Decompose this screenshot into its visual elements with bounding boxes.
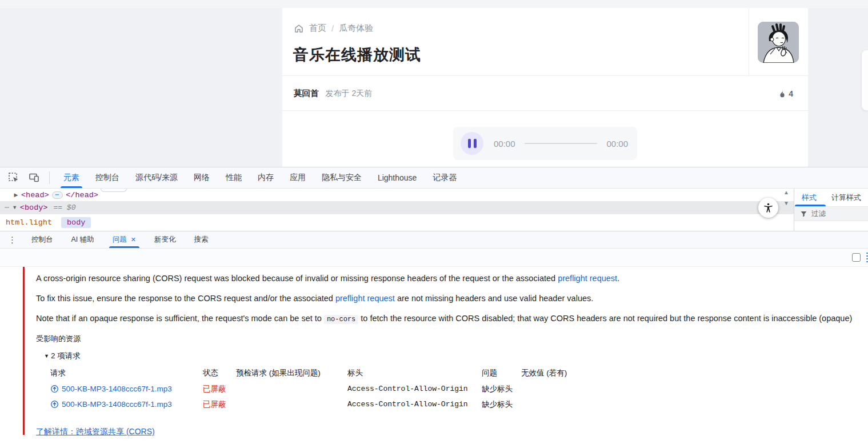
drawer-tab-ai-assist[interactable]: AI 辅助 [62, 231, 103, 248]
tab-performance[interactable]: 性能 [218, 167, 250, 188]
drawer-tab-issues-label: 问题 [113, 235, 127, 245]
publish-time: 发布于 2天前 [326, 89, 373, 99]
dom-node-body-selected[interactable]: ⋯ ▼ <body> == $0 [0, 201, 868, 214]
request-status: 已屏蔽 [203, 397, 236, 412]
open-request-icon [50, 385, 59, 393]
collapse-arrow-icon[interactable]: ▶ [13, 192, 19, 198]
avatar-illustration [758, 22, 799, 63]
col-status: 状态 [203, 366, 236, 380]
article-header: 首页 / 瓜奇体验 音乐在线播放测试 [282, 8, 808, 76]
page-title: 音乐在线播放测试 [293, 45, 421, 65]
tab-lighthouse[interactable]: Lighthouse [370, 167, 425, 188]
issue-severity-rail [23, 267, 25, 435]
issue-paragraph-1: A cross-origin resource sharing (CORS) r… [36, 273, 868, 285]
breadcrumb-section[interactable]: 瓜奇体验 [339, 23, 373, 34]
drawer-tab-search[interactable]: 搜索 [185, 231, 218, 248]
expand-children-icon[interactable]: ⋯ [52, 191, 63, 199]
toolbar-divider [49, 171, 50, 184]
issues-toolbar [0, 249, 868, 267]
requests-table: 请求 状态 预检请求 (如果出现问题) 标头 问题 无效值 (若有) 500-K… [50, 366, 868, 412]
request-header: Access-Control-Allow-Origin [347, 381, 482, 397]
styles-tabs: 样式 计算样式 [794, 189, 868, 206]
drawer-menu-icon[interactable]: ⋮ [8, 235, 17, 244]
progress-bar[interactable] [525, 143, 598, 144]
scroll-up-icon[interactable]: ▲ [783, 190, 789, 195]
tab-elements[interactable]: 元素 [55, 167, 87, 188]
selected-node-annotation: == $0 [53, 203, 75, 212]
pause-icon [468, 139, 471, 148]
col-header: 标头 [347, 366, 482, 380]
learn-more: 了解详情：跨域资源共享 (CORS) [36, 427, 868, 437]
cors-docs-link[interactable]: 了解详情：跨域资源共享 (CORS) [36, 427, 155, 436]
request-link[interactable]: 500-KB-MP3-1408ccc67f-1.mp3 [50, 397, 203, 412]
issue-paragraph-2: To fix this issue, ensure the response t… [36, 293, 868, 305]
elements-scrollbar: ▲ ▼ [782, 190, 790, 206]
drawer-tab-bar: ⋮ 控制台 AI 辅助 问题 ✕ 新变化 搜索 [0, 231, 868, 249]
styles-filter-bar [794, 206, 868, 221]
tab-computed[interactable]: 计算样式 [831, 189, 861, 206]
dom-node-head[interactable]: ▶ <head> ⋯ </head> [0, 189, 868, 201]
tab-privacy-security[interactable]: 隐私与安全 [314, 167, 370, 188]
head-open-tag: <head> [21, 191, 49, 199]
requests-toggle[interactable]: ▼ 2 项请求 [44, 351, 868, 361]
dom-breadcrumb-bar: html.light body [0, 214, 868, 231]
audio-player: 00:00 00:00 [453, 127, 637, 160]
edge-floating-widget[interactable] [862, 50, 868, 110]
accessibility-overlay-icon[interactable] [758, 198, 778, 218]
issues-detail: A cross-origin resource sharing (CORS) r… [0, 267, 868, 448]
no-cors-code: no-cors [324, 315, 358, 324]
col-preflight: 预检请求 (如果出现问题) [236, 366, 347, 380]
breadcrumb: 首页 / 瓜奇体验 [294, 23, 373, 34]
author-name[interactable]: 莫回首 [294, 88, 319, 99]
current-time: 00:00 [494, 139, 515, 149]
crumb-html-light[interactable]: html.light [6, 218, 52, 227]
body-open-tag: <body> [20, 203, 48, 212]
tab-memory[interactable]: 内存 [250, 167, 282, 188]
tab-application[interactable]: 应用 [282, 167, 314, 188]
crumb-body[interactable]: body [61, 217, 91, 228]
node-options-icon[interactable]: ⋯ [5, 203, 9, 212]
expand-arrow-icon[interactable]: ▼ [11, 205, 18, 210]
preflight-request-link-1[interactable]: preflight request [558, 274, 617, 283]
close-issues-tab-icon[interactable]: ✕ [131, 236, 136, 243]
elements-panel: ▶ <head> ⋯ </head> ⋯ ▼ <body> == $0 html… [0, 189, 868, 231]
preflight-request-link-2[interactable]: preflight request [335, 294, 395, 303]
styles-filter-input[interactable] [811, 210, 857, 218]
tab-network[interactable]: 网络 [186, 167, 218, 188]
scroll-down-icon[interactable]: ▼ [783, 201, 789, 206]
device-toolbar-icon[interactable] [27, 171, 41, 185]
issue-paragraph-3: Note that if an opaque response is suffi… [36, 313, 868, 326]
request-problem: 缺少标头 [482, 381, 521, 397]
tab-sources[interactable]: 源代码/来源 [127, 167, 186, 188]
head-close-tag: </head> [66, 191, 98, 199]
styles-sidebar: 样式 计算样式 [794, 189, 868, 231]
pause-button[interactable] [461, 132, 483, 155]
request-header: Access-Control-Allow-Origin [347, 397, 482, 412]
filter-funnel-icon [800, 210, 807, 218]
open-request-icon [50, 400, 59, 409]
drawer-tab-console[interactable]: 控制台 [22, 231, 62, 248]
request-problem: 缺少标头 [482, 397, 521, 412]
drawer-tab-whats-new[interactable]: 新变化 [145, 231, 185, 248]
fire-icon [778, 89, 786, 98]
breadcrumb-home[interactable]: 首页 [309, 23, 326, 34]
pill-remnant [101, 189, 127, 192]
page-top-band [0, 0, 868, 8]
inspect-element-icon[interactable] [7, 171, 21, 185]
drawer-tab-issues[interactable]: 问题 ✕ [103, 231, 145, 248]
hot-count[interactable]: 4 [778, 89, 793, 98]
breadcrumb-separator: / [331, 23, 334, 33]
issues-filter-checkbox[interactable] [852, 253, 861, 262]
col-invalid-value: 无效值 (若有) [521, 366, 613, 380]
total-time: 00:00 [606, 139, 628, 149]
request-status: 已屏蔽 [203, 381, 236, 397]
hot-count-value: 4 [789, 89, 793, 98]
request-link[interactable]: 500-KB-MP3-1408ccc67f-1.mp3 [50, 381, 203, 397]
article-card: 首页 / 瓜奇体验 音乐在线播放测试 [282, 8, 808, 167]
avatar[interactable] [758, 22, 799, 63]
tab-styles[interactable]: 样式 [802, 189, 817, 206]
tab-recorder[interactable]: 记录器 [425, 167, 465, 188]
col-problem: 问题 [482, 366, 521, 380]
tab-console[interactable]: 控制台 [87, 167, 127, 188]
home-icon[interactable] [294, 23, 304, 34]
